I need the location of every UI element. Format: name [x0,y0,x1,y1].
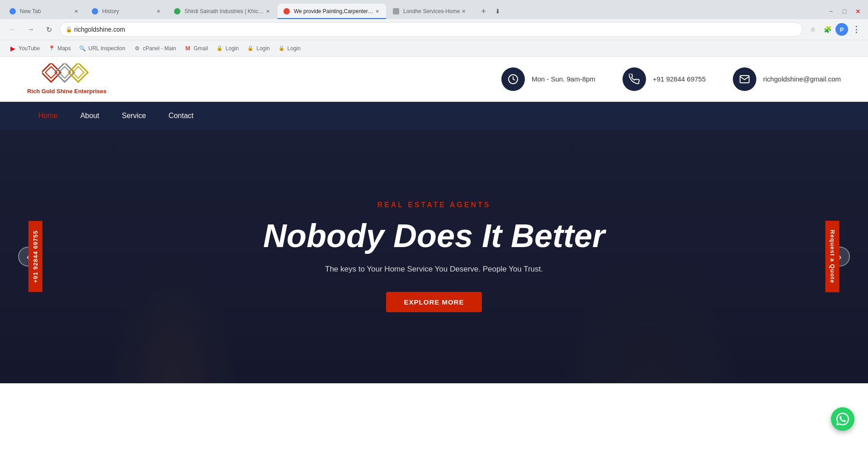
close-window-button[interactable]: ✕ [852,5,864,18]
address-bar[interactable]: 🔒 richgoldshine.com [60,22,803,37]
phone-icon-circle [623,67,646,91]
logo-name: Rich Gold Shine Enterprises [27,88,107,95]
email-icon-circle [733,67,756,91]
clock-icon-circle [501,67,525,91]
svg-rect-0 [42,63,61,82]
tab-close-shirdi[interactable]: ✕ [264,8,271,15]
refresh-button[interactable]: ↻ [42,22,56,37]
new-tab-button[interactable]: + [477,5,490,18]
tab-close-painting[interactable]: ✕ [373,8,381,15]
bookmark-youtube[interactable]: ▶ YouTube [5,43,43,54]
tab-history[interactable]: History ✕ [86,4,167,19]
tab-favicon-shirdi [174,8,181,15]
hero-cta-button[interactable]: Explore More [386,292,482,312]
tab-close-history[interactable]: ✕ [155,8,162,15]
youtube-icon: ▶ [9,45,16,52]
cpanel-icon: ⚙ [133,45,141,52]
lock-icon: 🔒 [66,26,72,33]
side-phone-float[interactable]: +91 92844 69755 [28,221,42,292]
email-block: richgoldshine@gmail.com [733,67,841,91]
email-text: richgoldshine@gmail.com [763,75,841,83]
nav-about[interactable]: About [69,103,111,129]
top-info-bar: Rich Gold Shine Enterprises Mon - Sun. 9… [0,57,868,102]
bookmark-maps[interactable]: 📍 Maps [44,43,74,54]
website-content: Rich Gold Shine Enterprises Mon - Sun. 9… [0,57,868,383]
bookmark-login-2[interactable]: 🔒 Login [243,43,273,54]
phone-text: +91 92844 69755 [653,75,706,83]
tab-title-painting: We provide Painting,Carpenter,D... [294,8,373,14]
hours-text: Mon - Sun. 9am-8pm [532,75,595,83]
hero-description: The keys to Your Home Service You Deserv… [263,265,605,274]
maximize-button[interactable]: □ [838,5,851,18]
hours-label: Mon - Sun. 9am-8pm [532,75,595,83]
login1-icon: 🔒 [216,45,223,52]
tab-title-history: History [102,8,155,14]
logo-svg [42,63,92,86]
bookmark-url-inspection-label: URL Inspection [89,45,126,52]
bookmark-login1-label: Login [226,45,239,52]
phone-label: +91 92844 69755 [653,75,706,83]
bookmark-cpanel-label: cPanel - Main [143,45,176,52]
tab-close-new-tab[interactable]: ✕ [72,8,80,15]
bookmark-login3-label: Login [288,45,301,52]
bookmark-cpanel[interactable]: ⚙ cPanel - Main [130,43,179,54]
tab-painting[interactable]: We provide Painting,Carpenter,D... ✕ [278,4,386,19]
bookmark-youtube-label: YouTube [19,45,40,52]
email-label: richgoldshine@gmail.com [763,75,841,83]
phone-block: +91 92844 69755 [623,67,706,91]
hero-subtitle: REAL ESTATE AGENTS [263,201,605,209]
tab-favicon-new-tab [9,8,16,15]
bookmark-login2-label: Login [256,45,269,52]
more-options-icon[interactable]: ⋮ [850,23,863,36]
tab-close-londhe[interactable]: ✕ [460,8,467,15]
bookmark-star-icon[interactable]: ☆ [807,23,819,36]
login3-icon: 🔒 [278,45,285,52]
logo-area[interactable]: Rich Gold Shine Enterprises [27,63,107,95]
side-quote-float[interactable]: Request a Quote [825,221,839,292]
tab-title-shirdi: Shirdi Sainath Industries | Khichdi [184,8,264,14]
hours-block: Mon - Sun. 9am-8pm [501,67,595,91]
forward-button[interactable]: → [24,22,38,37]
hero-section: +91 92844 69755 Request a Quote ‹ REAL E… [0,130,868,383]
tab-favicon-londhe [392,8,400,15]
tab-title-new-tab: New Tab [20,8,72,14]
address-text: richgoldshine.com [74,26,125,33]
bookmark-maps-label: Maps [57,45,71,52]
profile-icon[interactable]: P [835,23,848,36]
logo-diamonds [42,63,92,86]
tab-list-button[interactable]: ⬇ [491,5,504,18]
tab-new-tab[interactable]: New Tab ✕ [4,4,85,19]
minimize-button[interactable]: − [825,5,837,18]
address-bar-row: ← → ↻ 🔒 richgoldshine.com ☆ 🧩 P ⋮ [0,19,868,40]
nav-bar: Home About Service Contact [0,102,868,130]
nav-home[interactable]: Home [27,103,69,129]
url-inspection-icon: 🔍 [79,45,86,52]
login2-icon: 🔒 [247,45,254,52]
tab-favicon-history [91,8,99,15]
hero-title: Nobody Does It Better [263,218,605,254]
tab-londhe[interactable]: Londhe Services-Home ✕ [387,4,472,19]
bookmark-gmail[interactable]: M Gmail [180,43,211,54]
nav-contact[interactable]: Contact [157,103,205,129]
extension-puzzle-icon[interactable]: 🧩 [821,23,834,36]
maps-icon: 📍 [48,45,55,52]
tab-title-londhe: Londhe Services-Home [403,8,460,14]
bookmark-gmail-label: Gmail [193,45,208,52]
back-button[interactable]: ← [5,22,20,37]
nav-service[interactable]: Service [111,103,157,129]
tab-favicon-painting [283,8,290,15]
hero-content: REAL ESTATE AGENTS Nobody Does It Better… [263,201,605,312]
gmail-icon: M [184,45,191,52]
bookmark-url-inspection[interactable]: 🔍 URL Inspection [75,43,129,54]
bookmark-login-3[interactable]: 🔒 Login [274,43,304,54]
bookmarks-bar: ▶ YouTube 📍 Maps 🔍 URL Inspection ⚙ cPan… [0,40,868,56]
tab-shirdi[interactable]: Shirdi Sainath Industries | Khichdi ✕ [168,4,277,19]
bookmark-login-1[interactable]: 🔒 Login [212,43,242,54]
